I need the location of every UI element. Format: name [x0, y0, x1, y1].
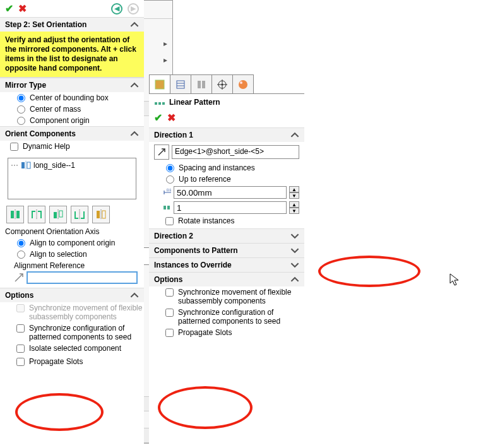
svg-point-24 [239, 80, 247, 89]
reverse-direction-icon[interactable] [154, 144, 169, 160]
instances-override-header[interactable]: Instances to Override [149, 257, 304, 272]
check-isolate[interactable]: Isolate selected component [0, 343, 144, 356]
svg-rect-28 [162, 102, 165, 105]
count-spinner[interactable]: ▲▼ [289, 201, 299, 214]
check2-sync-flex[interactable]: Synchronize movement of flexible subasse… [149, 286, 304, 307]
svg-rect-19 [202, 81, 205, 88]
nav-back-icon[interactable]: ◀ [111, 3, 122, 15]
spacing-dim-icon: D1 [163, 187, 171, 197]
chevron-up-icon [130, 20, 139, 29]
svg-rect-18 [198, 81, 201, 88]
chevron-up-icon [130, 81, 139, 90]
orientation-icon-row [0, 203, 144, 226]
orient-mode-1-icon[interactable] [6, 206, 24, 223]
svg-rect-30 [164, 206, 166, 209]
direction2-header[interactable]: Direction 2 [149, 228, 304, 243]
step-title: Step 2: Set Orientation [5, 20, 86, 29]
spacing-field[interactable] [174, 186, 287, 199]
orient-comp-header[interactable]: Orient Components [0, 126, 144, 141]
radio-mass[interactable]: Center of mass [0, 103, 144, 115]
orient-mode-3-icon[interactable] [49, 206, 67, 223]
radio-align-selection[interactable]: Align to selection [0, 249, 144, 260]
radio-align-origin[interactable]: Align to component origin [0, 237, 144, 249]
svg-rect-14 [155, 80, 164, 89]
property-manager-tabs [149, 74, 304, 94]
step-header[interactable]: Step 2: Set Orientation [0, 17, 144, 32]
check-rotate-instances[interactable]: Rotate instances [149, 215, 304, 228]
chevron-up-icon [290, 131, 299, 139]
chevron-down-icon [290, 246, 299, 255]
chevron-up-icon [290, 275, 299, 284]
check-sync-flex: Synchronize movement of flexible subasse… [0, 302, 144, 322]
tab-appearance-icon[interactable] [232, 74, 254, 93]
feature-title-row: Linear Pattern [149, 94, 304, 110]
tab-property-icon[interactable] [191, 74, 212, 93]
svg-rect-26 [155, 102, 157, 105]
mouse-cursor-icon [449, 273, 461, 287]
check2-sync-conf[interactable]: Synchronize configuration of patterned c… [149, 307, 304, 327]
options-header[interactable]: Options [0, 288, 144, 302]
svg-rect-3 [11, 211, 14, 218]
arrow-ref-icon [14, 273, 24, 283]
svg-rect-9 [59, 211, 62, 217]
direction1-header[interactable]: Direction 1 [149, 127, 304, 142]
ok-icon[interactable]: ✔ [5, 3, 13, 15]
orient-mode-4-icon[interactable] [71, 206, 88, 223]
comp-orient-axis-label: Component Orientation Axis [0, 226, 144, 237]
mirror-panel: ✔ ✖ ◀ ▶ Step 2: Set Orientation Verify a… [0, 0, 144, 448]
radio-spacing-instances[interactable]: Spacing and instances [149, 162, 304, 174]
alignment-ref-label: Alignment Reference [0, 260, 144, 271]
svg-rect-31 [167, 206, 170, 209]
svg-rect-15 [177, 81, 184, 88]
chevron-up-icon [130, 129, 139, 138]
radio-up-to-ref[interactable]: Up to reference [149, 174, 304, 185]
help-text: Verify and adjust the orientation of the… [0, 32, 144, 78]
mirror-comp-icon [21, 161, 31, 170]
radio-bbox[interactable]: Center of bounding box [0, 92, 144, 103]
check-propagate-slots[interactable]: Propagate Slots [0, 356, 144, 369]
components-header[interactable]: Components to Pattern [149, 243, 304, 257]
alignment-ref-field[interactable] [27, 271, 138, 284]
cancel-icon[interactable]: ✖ [18, 3, 27, 15]
chevron-up-icon [130, 291, 139, 300]
tree-connector-icon: ⋯ [11, 161, 18, 170]
instance-count-icon: # [163, 203, 171, 213]
check2-propagate-slots[interactable]: Propagate Slots [149, 327, 304, 340]
submenu-arrow-icon: ▸ [164, 39, 167, 48]
nav-forward-icon: ▶ [128, 3, 139, 15]
linear-pattern-panel: Linear Pattern ✔ ✖ Direction 1 Edge<1>@s… [149, 74, 304, 447]
annotation-oval-3 [318, 256, 420, 287]
options2-header[interactable]: Options [149, 272, 304, 286]
svg-rect-5 [16, 211, 20, 218]
list-item[interactable]: ⋯ long_side--1 [11, 161, 133, 170]
svg-rect-7 [54, 212, 57, 218]
radio-origin[interactable]: Component origin [0, 115, 144, 126]
ok-icon[interactable]: ✔ [154, 112, 162, 124]
check-sync-conf[interactable]: Synchronize configuration of patterned c… [0, 322, 144, 343]
mirror-type-header[interactable]: Mirror Type [0, 78, 144, 92]
chevron-down-icon [290, 232, 299, 240]
svg-rect-13 [102, 211, 105, 218]
direction-edge-field[interactable]: Edge<1>@short_side-<5> [172, 145, 299, 159]
tab-target-icon[interactable] [211, 74, 233, 93]
linear-pattern-icon [154, 98, 165, 109]
component-listbox[interactable]: ⋯ long_side--1 [8, 158, 136, 199]
tab-display-icon[interactable] [170, 74, 191, 93]
svg-rect-2 [27, 162, 30, 168]
svg-rect-11 [97, 211, 100, 218]
cancel-icon[interactable]: ✖ [167, 112, 176, 124]
submenu-arrow-icon: ▸ [164, 56, 167, 64]
svg-text:D1: D1 [167, 188, 171, 192]
check-dynamic-help[interactable]: Dynamic Help [0, 141, 144, 154]
instance-count-field[interactable] [174, 201, 287, 214]
orient-mode-2-icon[interactable] [28, 206, 45, 223]
svg-point-25 [240, 81, 242, 84]
spacing-spinner[interactable]: ▲▼ [289, 186, 299, 199]
svg-rect-0 [21, 162, 25, 168]
tab-feature-icon[interactable] [149, 74, 170, 93]
chevron-down-icon [290, 261, 299, 269]
orient-opposite-hand-icon[interactable] [92, 206, 110, 223]
svg-rect-27 [158, 102, 161, 105]
